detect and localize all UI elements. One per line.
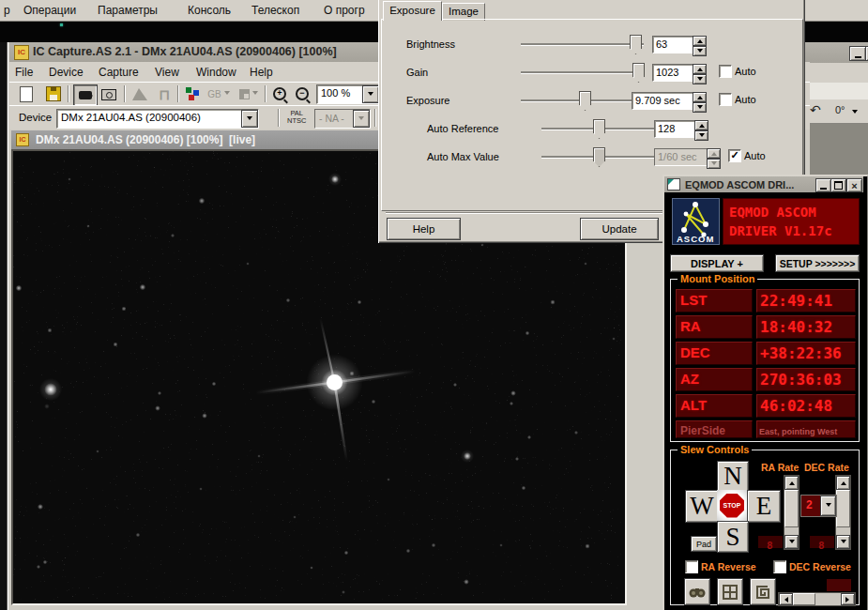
exposure-spinner[interactable]: [693, 92, 707, 110]
menu-file[interactable]: File: [15, 66, 33, 79]
auto-max-spinner: [707, 148, 721, 166]
minimize-button[interactable]: [849, 46, 866, 61]
dec-reverse-checkbox[interactable]: [773, 560, 786, 573]
find-button[interactable]: [684, 578, 710, 605]
tiles-dropdown[interactable]: [235, 84, 263, 103]
menu-capture[interactable]: Capture: [99, 66, 139, 79]
auto-max-auto-checkbox[interactable]: ✓: [728, 149, 741, 162]
slew-horizontal-scrollbar[interactable]: [778, 592, 856, 606]
alt-label: ALT: [680, 397, 707, 413]
slew-east-button[interactable]: E: [747, 490, 781, 523]
setup-button[interactable]: SETUP >>>>>>>: [775, 254, 860, 272]
eqmod-minimize-button[interactable]: [815, 178, 831, 192]
new-file-button[interactable]: [16, 84, 37, 103]
bg-menu-console[interactable]: Консоль: [188, 4, 231, 17]
eqmod-close-button[interactable]: ×: [846, 178, 862, 192]
tab-exposure[interactable]: Exposure: [383, 1, 442, 21]
zoom-out-button[interactable]: −: [292, 84, 312, 103]
dec-rate-scrollbar[interactable]: [835, 475, 851, 550]
dec-rate-thumb[interactable]: [836, 490, 850, 527]
slew-north-button[interactable]: N: [717, 461, 749, 492]
toolbar-separator: [124, 85, 126, 102]
spin-down-icon: [699, 133, 705, 140]
update-button-label: Update: [602, 223, 636, 235]
rate-preset-dropdown[interactable]: [820, 496, 836, 516]
rotation-dropdown-icon[interactable]: [852, 110, 858, 116]
gain-auto-checkbox[interactable]: [719, 65, 732, 78]
video-capture-button[interactable]: [73, 84, 98, 106]
window-layout-button[interactable]: [717, 578, 743, 605]
brightness-value[interactable]: 63: [652, 36, 694, 53]
gb-dropdown[interactable]: GB: [205, 84, 233, 103]
west-label: W: [690, 494, 713, 519]
device-combo[interactable]: DMx 21AU04.AS (20900406): [56, 109, 259, 129]
gain-slider-track[interactable]: [521, 71, 644, 74]
update-button[interactable]: Update: [580, 218, 659, 240]
h-scroll-thumb[interactable]: [793, 593, 815, 605]
pierside-value-cell: East, pointing West: [756, 420, 856, 438]
ra-reverse-checkbox[interactable]: [685, 560, 698, 573]
auto-reference-value[interactable]: 128: [654, 120, 696, 138]
dec-rate-led: 8: [810, 536, 834, 548]
east-label: E: [756, 494, 772, 519]
scroll-left-button[interactable]: [779, 593, 793, 605]
ra-rate-thumb[interactable]: [784, 490, 799, 527]
north-label: N: [723, 464, 742, 489]
ra-rate-down-button[interactable]: [784, 535, 799, 549]
maximize-icon: [834, 181, 843, 190]
save-button[interactable]: [43, 84, 64, 103]
spiral-search-button[interactable]: [750, 578, 776, 605]
menu-window[interactable]: Window: [196, 66, 236, 79]
gain-auto-label: Auto: [735, 66, 756, 77]
pad-button[interactable]: Pad: [691, 536, 717, 552]
menu-help[interactable]: Help: [250, 66, 273, 79]
auto-reference-spinner[interactable]: [694, 120, 708, 138]
brightness-slider-track[interactable]: [521, 43, 644, 46]
stop-label: STOP: [723, 502, 741, 509]
help-button[interactable]: Help: [387, 218, 461, 240]
pulse-button[interactable]: ⊓: [153, 84, 175, 104]
snapshot-button[interactable]: [98, 84, 120, 104]
exposure-auto-checkbox[interactable]: [719, 93, 732, 106]
display-button[interactable]: DISPLAY +: [670, 254, 764, 272]
ra-rate-scrollbar[interactable]: [784, 475, 799, 550]
bg-menu-about[interactable]: О прогр: [324, 4, 365, 17]
rotate-icon[interactable]: ↶: [810, 102, 821, 117]
menu-device[interactable]: Device: [49, 66, 84, 79]
slew-south-button[interactable]: S: [717, 521, 749, 553]
gain-value[interactable]: 1023: [652, 64, 694, 82]
brightness-spinner[interactable]: [693, 36, 707, 53]
scroll-right-button[interactable]: [841, 593, 855, 605]
eqmod-maximize-button[interactable]: [830, 178, 846, 192]
ra-rate-up-button[interactable]: [784, 476, 799, 490]
menu-view[interactable]: View: [155, 66, 179, 79]
rate-preset-combo[interactable]: 2: [800, 495, 837, 517]
exposure-value[interactable]: 9.709 sec: [632, 92, 694, 110]
video-norm-combo[interactable]: - NA -: [314, 109, 371, 129]
binoculars-icon: [689, 586, 706, 599]
auto-reference-label: Auto Reference: [427, 123, 498, 134]
device-combo-dropdown[interactable]: [241, 110, 258, 128]
gain-spinner[interactable]: [693, 64, 707, 82]
slew-controls-title: Slew Controls: [678, 444, 752, 455]
az-label: AZ: [680, 371, 699, 387]
bg-menu-telescope[interactable]: Телескоп: [251, 4, 299, 17]
color-settings-button[interactable]: [182, 84, 203, 103]
rotation-value[interactable]: 0°: [835, 104, 845, 115]
bg-menu-operations[interactable]: Операции: [23, 4, 76, 17]
eqmod-titlebar[interactable]: EQMOD ASCOM DRI... ×: [664, 176, 863, 192]
zoom-in-button[interactable]: +: [269, 84, 290, 103]
slew-west-button[interactable]: W: [685, 490, 719, 523]
histogram-button[interactable]: [129, 84, 151, 104]
slew-stop-button[interactable]: STOP: [717, 490, 747, 521]
eqmod-window-title: EQMOD ASCOM DRI...: [685, 179, 794, 191]
zoom-combo-dropdown[interactable]: [362, 85, 379, 103]
dec-rate-up-button[interactable]: [836, 476, 850, 490]
pierside-value: East, pointing West: [759, 427, 837, 436]
bg-menu-parameters[interactable]: Параметры: [98, 4, 158, 17]
zoom-level-combo[interactable]: 100 %: [316, 84, 380, 104]
bg-menu-partial[interactable]: р: [4, 4, 10, 17]
dec-rate-down-button[interactable]: [836, 535, 850, 549]
screen: р Операции Параметры Консоль Телескоп О …: [0, 0, 868, 610]
video-norm-dropdown[interactable]: [353, 110, 370, 128]
